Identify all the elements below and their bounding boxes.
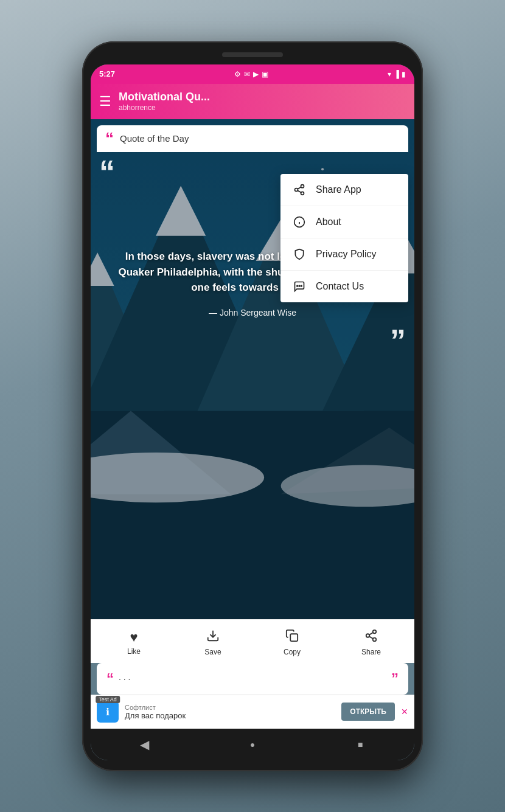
hamburger-menu-button[interactable]: ☰ [99, 95, 111, 108]
quote-open-icon: “ [105, 130, 114, 147]
save-button[interactable]: Save [195, 629, 231, 656]
dropdown-about[interactable]: About [280, 206, 408, 238]
ad-company: Софтлист [125, 704, 335, 711]
quote-header-text: Quote of the Day [120, 133, 189, 144]
svg-point-31 [301, 285, 302, 286]
svg-point-35 [366, 634, 370, 637]
copy-icon [285, 629, 299, 646]
dropdown-contact-label: Contact Us [316, 281, 364, 292]
ad-text: Софтлист Для вас подарок [125, 704, 335, 720]
app-bar: ☰ Motivational Qu... abhorrence [91, 84, 414, 119]
phone-screen: 5:27 ⚙ ✉ ▶ ▣ ▾ ▐ ▮ ☰ Motivational Qu... [91, 64, 414, 760]
dropdown-share-label: Share App [316, 184, 361, 195]
sim-icon: ▣ [262, 70, 268, 78]
save-icon [206, 629, 220, 646]
ad-info-icon: ℹ [106, 706, 110, 718]
nav-back-button[interactable]: ◀ [133, 732, 157, 757]
info-icon [293, 216, 306, 228]
dropdown-contact[interactable]: Contact Us [280, 271, 408, 302]
svg-point-34 [373, 630, 377, 633]
share-label: Share [361, 648, 381, 656]
dropdown-privacy-label: Privacy Policy [316, 249, 377, 260]
share-button[interactable]: Share [353, 629, 389, 656]
wifi-icon: ▾ [388, 70, 391, 78]
svg-line-38 [369, 632, 373, 634]
svg-line-37 [369, 636, 373, 639]
save-label: Save [204, 648, 221, 656]
message-icon [293, 280, 306, 293]
ad-banner: Test Ad ℹ Софтлист Для вас подарок ОТКРЫ… [91, 695, 414, 729]
quote-card: “ Quote of the Day [91, 119, 414, 152]
nav-recent-button[interactable]: ■ [348, 732, 372, 757]
status-right-icons: ▾ ▐ ▮ [388, 70, 406, 78]
dropdown-privacy[interactable]: Privacy Policy [280, 238, 408, 271]
svg-line-24 [298, 190, 301, 192]
battery-icon: ▮ [402, 70, 406, 78]
app-subtitle: abhorrence [119, 103, 210, 112]
ad-icon: Test Ad ℹ [97, 701, 119, 723]
heart-icon: ♥ [130, 630, 138, 645]
app-bar-titles: Motivational Qu... abhorrence [119, 91, 210, 113]
dropdown-share-app[interactable]: Share App [280, 174, 408, 206]
play-icon: ▶ [253, 70, 259, 78]
peek-close-quote: ” [391, 670, 399, 687]
ad-open-button[interactable]: ОТКРЫТЬ [341, 703, 395, 721]
ad-description: Для вас подарок [125, 711, 335, 720]
quote-author: — John Sergeant Wise [209, 308, 296, 318]
peek-open-quote: “ [106, 670, 114, 687]
next-card-peek: “ · · · ” [97, 663, 408, 695]
status-bar: 5:27 ⚙ ✉ ▶ ▣ ▾ ▐ ▮ [91, 64, 414, 84]
quote-card-header: “ Quote of the Day [97, 125, 408, 152]
share-icon [293, 184, 306, 196]
status-time: 5:27 [99, 69, 115, 78]
svg-point-22 [295, 188, 298, 191]
copy-label: Copy [284, 648, 301, 656]
svg-point-21 [301, 184, 304, 187]
phone-frame: 5:27 ⚙ ✉ ▶ ▣ ▾ ▐ ▮ ☰ Motivational Qu... [82, 41, 423, 771]
svg-point-23 [301, 192, 304, 195]
like-button[interactable]: ♥ Like [116, 630, 152, 656]
ad-close-button[interactable]: ✕ [401, 707, 408, 717]
nav-home-button[interactable]: ● [240, 732, 265, 757]
close-quote-mark: ” [390, 325, 406, 356]
action-bar: ♥ Like Save [91, 619, 414, 663]
shield-icon [293, 248, 306, 260]
mail-icon: ✉ [244, 70, 250, 78]
content-area: “ Quote of the Day “ In those days, slav… [91, 119, 414, 619]
copy-button[interactable]: Copy [274, 629, 310, 656]
gear-icon: ⚙ [234, 70, 241, 78]
svg-rect-33 [290, 634, 298, 641]
svg-line-25 [298, 187, 301, 189]
svg-point-30 [297, 285, 298, 286]
svg-point-36 [373, 637, 377, 641]
nav-bar: ◀ ● ■ [91, 729, 414, 760]
peek-text: · · · [119, 674, 130, 684]
dropdown-menu: Share App About Pr [280, 174, 408, 302]
svg-point-29 [299, 285, 300, 286]
share-action-icon [364, 629, 378, 646]
ad-badge: Test Ad [96, 696, 120, 703]
app-title: Motivational Qu... [119, 91, 210, 104]
signal-icon: ▐ [394, 70, 399, 78]
status-icons: ⚙ ✉ ▶ ▣ [234, 70, 268, 78]
dropdown-about-label: About [316, 217, 341, 227]
open-quote-mark: “ [99, 156, 115, 187]
phone-speaker [222, 52, 283, 57]
like-label: Like [127, 647, 141, 656]
